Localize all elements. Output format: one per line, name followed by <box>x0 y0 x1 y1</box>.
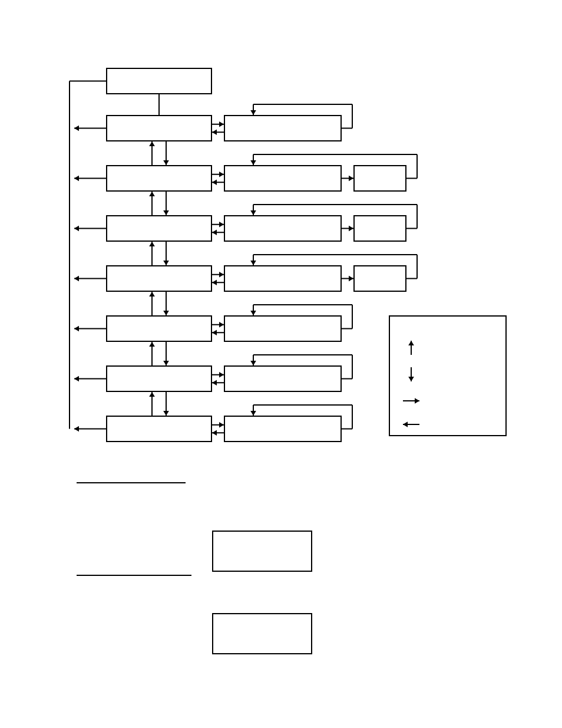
svg-marker-32 <box>163 311 169 315</box>
flow-row3-col1 <box>106 215 212 242</box>
page <box>0 0 562 728</box>
svg-marker-74 <box>349 276 353 282</box>
flow-row4-col1 <box>106 265 212 292</box>
flow-row6-col2 <box>224 365 342 392</box>
svg-marker-46 <box>219 172 224 177</box>
svg-marker-22 <box>149 192 155 196</box>
flow-row4-col3 <box>353 265 406 292</box>
svg-marker-70 <box>349 176 353 182</box>
svg-marker-16 <box>74 426 79 432</box>
svg-marker-18 <box>149 141 155 146</box>
svg-marker-64 <box>212 380 217 386</box>
legend-box <box>389 315 507 436</box>
svg-marker-66 <box>219 422 224 428</box>
svg-marker-20 <box>163 160 169 165</box>
flow-row6-col1 <box>106 365 212 392</box>
flow-row3-col3 <box>353 215 406 242</box>
svg-marker-68 <box>212 430 217 436</box>
svg-marker-12 <box>74 226 79 232</box>
flow-top-box <box>106 68 212 94</box>
bottom-box-2 <box>212 613 312 654</box>
svg-marker-56 <box>212 279 217 285</box>
svg-marker-14 <box>74 326 79 332</box>
svg-marker-15 <box>74 376 79 382</box>
underline-2 <box>77 575 191 576</box>
underline-1 <box>77 482 186 483</box>
svg-marker-30 <box>149 292 155 297</box>
flow-row2-col1 <box>106 165 212 192</box>
flow-row4-col2 <box>224 265 342 292</box>
svg-marker-34 <box>149 342 155 347</box>
svg-marker-28 <box>163 261 169 265</box>
svg-marker-44 <box>212 129 217 135</box>
svg-marker-50 <box>219 222 224 228</box>
svg-marker-10 <box>74 126 79 131</box>
svg-marker-38 <box>149 392 155 397</box>
svg-marker-109 <box>250 411 256 416</box>
flow-row2-col2 <box>224 165 342 192</box>
svg-marker-60 <box>212 330 217 335</box>
flow-row3-col2 <box>224 215 342 242</box>
svg-marker-13 <box>74 276 79 282</box>
bottom-box-1 <box>212 531 312 572</box>
svg-marker-99 <box>250 311 256 315</box>
svg-marker-40 <box>163 411 169 416</box>
svg-marker-89 <box>250 210 256 215</box>
svg-marker-94 <box>250 261 256 265</box>
flow-row5-col1 <box>106 315 212 342</box>
svg-marker-72 <box>349 226 353 232</box>
flow-row7-col2 <box>224 416 342 442</box>
svg-marker-36 <box>163 361 169 365</box>
svg-marker-11 <box>74 176 79 182</box>
svg-marker-62 <box>219 372 224 378</box>
svg-marker-79 <box>250 110 256 115</box>
flow-row2-col3 <box>353 165 406 192</box>
svg-marker-42 <box>219 121 224 127</box>
svg-marker-84 <box>250 160 256 165</box>
svg-marker-26 <box>149 242 155 246</box>
svg-marker-52 <box>212 229 217 235</box>
flow-row1-col1 <box>106 115 212 141</box>
svg-marker-58 <box>219 322 224 328</box>
flow-row5-col2 <box>224 315 342 342</box>
svg-marker-54 <box>219 272 224 278</box>
flow-row1-col2 <box>224 115 342 141</box>
svg-marker-24 <box>163 210 169 215</box>
flow-row7-col1 <box>106 416 212 442</box>
svg-marker-48 <box>212 179 217 185</box>
svg-marker-104 <box>250 361 256 365</box>
